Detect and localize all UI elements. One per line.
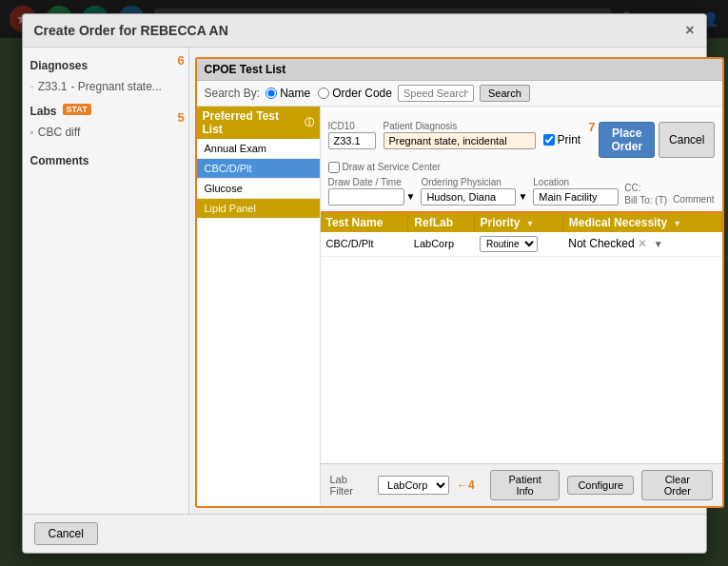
lab-name: CBC diff bbox=[38, 126, 80, 139]
ordering-physician-field-group: Ordering Physician ▼ bbox=[421, 177, 527, 205]
modal-overlay: Create Order for REBECCA AN × Diagnoses … bbox=[0, 0, 728, 566]
draw-date-label: Draw Date / Time bbox=[328, 177, 416, 187]
order-form-row1: ICD10 Patient Diagnosis bbox=[328, 112, 716, 158]
diagnosis-code: Z33.1 bbox=[38, 80, 68, 93]
cpoe-header: CPOE Test List bbox=[197, 59, 723, 81]
step4-indicator: ←4 bbox=[457, 478, 475, 492]
ordering-physician-label: Ordering Physician bbox=[421, 177, 527, 187]
test-list-panel: Preferred Test List ⓘ Annual Exam CBC/D/… bbox=[197, 107, 321, 506]
labs-label: Labs bbox=[30, 105, 57, 118]
test-list-item-annual-exam[interactable]: Annual Exam bbox=[197, 139, 320, 159]
action-buttons: 7 Place Order Cancel bbox=[588, 122, 715, 158]
patient-diagnosis-field-group: Patient Diagnosis bbox=[384, 121, 536, 149]
draw-date-dropdown-icon[interactable]: ▼ bbox=[406, 191, 416, 202]
ordering-physician-input[interactable] bbox=[421, 188, 516, 205]
step6-indicator: 6 bbox=[178, 53, 185, 68]
draw-date-input[interactable] bbox=[328, 188, 404, 205]
col-test-name: Test Name bbox=[321, 213, 408, 232]
print-checkbox[interactable] bbox=[543, 134, 555, 146]
row-down-button[interactable]: ▼ bbox=[654, 239, 663, 249]
draw-at-service-group: Draw at Service Center bbox=[328, 162, 441, 173]
icd10-field-group: ICD10 bbox=[328, 121, 376, 149]
configure-button[interactable]: Configure bbox=[567, 476, 634, 495]
clear-order-button[interactable]: Clear Order bbox=[641, 470, 713, 500]
search-button[interactable]: Search bbox=[480, 85, 530, 102]
orders-table-section: Test Name RefLab Priority ▼ bbox=[321, 213, 723, 463]
radio-order-code-input[interactable] bbox=[318, 88, 329, 99]
icd10-label: ICD10 bbox=[328, 121, 376, 131]
col-priority: Priority ▼ bbox=[474, 213, 562, 232]
radio-name-label: Name bbox=[280, 87, 310, 100]
search-by-radios: Name Order Code bbox=[266, 87, 392, 100]
speed-search-input[interactable] bbox=[398, 85, 474, 102]
order-form: ICD10 Patient Diagnosis bbox=[321, 107, 723, 213]
patient-info-button[interactable]: Patient Info bbox=[490, 470, 561, 500]
right-panel: 5 6 CPOE Test List Search By: Name bbox=[189, 48, 729, 514]
print-label: Print bbox=[558, 133, 581, 146]
close-button[interactable]: × bbox=[685, 22, 694, 39]
icd10-input[interactable] bbox=[328, 132, 376, 149]
preferred-test-list-label: Preferred Test List bbox=[203, 109, 302, 136]
col-medical-necessity: Medical Necessity ▼ bbox=[562, 213, 722, 232]
cc-label: CC: bbox=[624, 183, 667, 193]
priority-sort-icon: ▼ bbox=[526, 219, 535, 228]
footer-cancel-button[interactable]: Cancel bbox=[34, 522, 98, 545]
labs-header: Labs STAT bbox=[30, 101, 181, 118]
draw-at-service-label: Draw at Service Center bbox=[343, 162, 441, 172]
comment-label: Comment bbox=[673, 194, 714, 205]
test-list-item-cbc[interactable]: CBC/D/Plt bbox=[197, 159, 320, 179]
table-row: CBC/D/Plt LabCorp Routine STAT bbox=[321, 232, 722, 257]
modal-body: Diagnoses ◦ Z33.1 - Pregnant state... La… bbox=[23, 48, 706, 514]
labs-item: ◦ CBC diff bbox=[30, 124, 181, 141]
test-list-item-glucose[interactable]: Glucose bbox=[197, 179, 320, 199]
location-label: Location bbox=[533, 177, 619, 187]
cell-test-name: CBC/D/Plt bbox=[321, 232, 408, 257]
physician-dropdown-icon[interactable]: ▼ bbox=[518, 191, 527, 202]
cancel-order-button[interactable]: Cancel bbox=[659, 122, 715, 158]
lab-filter-select[interactable]: LabCorp bbox=[378, 476, 449, 495]
draw-at-service-checkbox[interactable] bbox=[328, 162, 340, 173]
medical-necessity-sort-icon: ▼ bbox=[673, 219, 681, 228]
remove-row-button[interactable]: ✕ bbox=[638, 237, 647, 250]
cell-ref-lab: LabCorp bbox=[408, 232, 474, 257]
radio-name-input[interactable] bbox=[266, 88, 277, 99]
modal-header: Create Order for REBECCA AN × bbox=[23, 14, 706, 48]
cpoe-search-row: Search By: Name Order Code bbox=[197, 81, 723, 107]
diagnosis-desc: - Pregnant state... bbox=[70, 80, 161, 93]
bullet-icon: ◦ bbox=[30, 80, 34, 93]
step5-indicator: 5 bbox=[178, 110, 185, 125]
modal-title: Create Order for REBECCA AN bbox=[34, 23, 228, 38]
location-field-group: Location bbox=[533, 177, 619, 205]
draw-date-field-group: Draw Date / Time ▼ bbox=[328, 177, 416, 205]
comment-field: Comment bbox=[673, 192, 714, 205]
search-by-label: Search By: bbox=[205, 87, 261, 100]
orders-table: Test Name RefLab Priority ▼ bbox=[321, 213, 723, 257]
radio-name[interactable]: Name bbox=[266, 87, 310, 100]
cpoe-content: Preferred Test List ⓘ Annual Exam CBC/D/… bbox=[197, 107, 723, 506]
diagnoses-label: Diagnoses bbox=[30, 59, 181, 72]
location-input[interactable] bbox=[533, 188, 619, 205]
comments-label: Comments bbox=[30, 154, 181, 167]
priority-select[interactable]: Routine STAT bbox=[480, 236, 538, 252]
radio-order-code-label: Order Code bbox=[332, 87, 392, 100]
info-icon: ⓘ bbox=[305, 116, 314, 129]
cell-priority: Routine STAT bbox=[474, 232, 562, 257]
bill-to-label: Bill To: (T) bbox=[624, 195, 667, 205]
orders-panel: ICD10 Patient Diagnosis bbox=[321, 107, 723, 506]
stat-badge: STAT bbox=[63, 104, 91, 115]
medical-necessity-value: Not Checked bbox=[568, 237, 634, 250]
col-ref-lab: RefLab bbox=[408, 213, 474, 232]
test-list-item-lipid[interactable]: Lipid Panel bbox=[197, 199, 320, 219]
step7-indicator: 7 bbox=[588, 120, 595, 158]
radio-order-code[interactable]: Order Code bbox=[318, 87, 392, 100]
cc-bill-group: CC: Bill To: (T) bbox=[624, 183, 667, 205]
lab-filter-label: Lab Filter bbox=[330, 474, 371, 497]
cpoe-section: CPOE Test List Search By: Name Order Cod… bbox=[195, 57, 725, 508]
patient-diagnosis-input[interactable] bbox=[384, 132, 536, 149]
diagnoses-item: ◦ Z33.1 - Pregnant state... bbox=[30, 78, 181, 95]
left-panel: Diagnoses ◦ Z33.1 - Pregnant state... La… bbox=[23, 48, 189, 514]
bullet-icon: ◦ bbox=[30, 126, 34, 139]
order-form-row2: Draw at Service Center bbox=[328, 162, 716, 173]
patient-diagnosis-label: Patient Diagnosis bbox=[384, 121, 536, 131]
place-order-button[interactable]: Place Order bbox=[599, 122, 655, 158]
